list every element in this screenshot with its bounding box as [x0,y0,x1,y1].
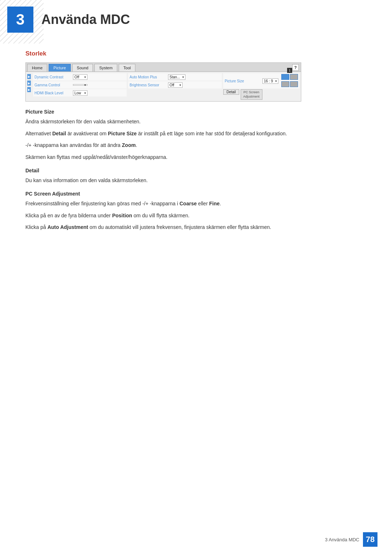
footer: 3 Använda MDC 78 [325,532,377,547]
tab-sound[interactable]: Sound [72,64,93,71]
move-note: Skärmen kan flyttas med uppåt/nedåt/väns… [25,153,367,161]
select-brightness-sensor[interactable]: Off [168,82,183,88]
select-gamma-control[interactable] [73,84,87,86]
label-hdmi-black-level: HDMI Black Level [34,91,71,95]
tab-picture[interactable]: Picture [49,64,70,71]
main-content: Storlek Home Picture Sound System Tool [0,39,392,257]
row-brightness-sensor: Brightness Sensor Off [128,81,222,89]
zoom-note: -/+ -knapparna kan användas för att ändr… [25,141,367,149]
chapter-header: 3 Använda MDC [0,0,392,39]
screen-icons-bottom [281,81,298,87]
row-empty [128,89,222,97]
tab-home[interactable]: Home [27,64,47,71]
detail-pc-row: Detail PC Screen Adjustment [223,89,262,100]
row-arrow-3[interactable]: ▶ [27,87,31,92]
picture-size-row: Picture Size 16 : 9 [223,73,299,89]
row-dynamic-contrast: Dynamic Contrast Off [33,73,127,81]
chapter-number: 3 [7,7,33,33]
tab-system[interactable]: System [94,64,117,71]
help-button[interactable]: ? [292,64,299,71]
screen-icon-4 [290,81,298,87]
label-brightness-sensor: Brightness Sensor [130,83,166,87]
detail-heading: Detail [25,168,367,173]
pc-screen-heading: PC Screen Adjustment [25,191,367,197]
coarse-fine-note: Frekvensinställning eller finjustering k… [25,200,367,208]
select-dynamic-contrast[interactable]: Off [73,74,87,80]
tab-tool[interactable]: Tool [119,64,135,71]
screen-icon-3 [281,81,289,87]
screen-icons-top [281,74,298,80]
arrow-column: ▶ ▶ ▶ [27,73,32,100]
mdc-ui-screenshot: Home Picture Sound System Tool 1 ? [25,62,301,102]
mdc-tabs: Home Picture Sound System Tool 1 ? [26,63,301,72]
screen-icon-2 [290,74,298,80]
detail-desc: Du kan visa information om den valda skä… [25,176,367,184]
left-rows: Dynamic Contrast Off Gamma Control HDMI … [33,73,127,100]
badge-number: 1 [287,68,292,73]
row-arrow-1[interactable]: ▶ [27,74,31,79]
middle-rows: Auto Motion Plus Stan... Brightness Sens… [128,73,222,100]
auto-note: Klicka på Auto Adjustment om du automati… [25,223,367,231]
footer-text: 3 Använda MDC [325,537,359,542]
select-auto-motion[interactable]: Stan... [168,74,185,80]
screen-icon-1 [281,74,289,80]
label-picture-size: Picture Size [225,79,261,83]
right-section: Picture Size 16 : 9 [223,73,299,100]
position-note: Klicka på en av de fyra bilderna under P… [25,212,367,219]
mdc-content-area: ▶ ▶ ▶ Dynamic Contrast Off Gamma Control [26,72,301,101]
picture-size-desc: Ändra skärmstorleken för den valda skärm… [25,118,367,126]
detail-note: Alternativet Detail är avaktiverat om Pi… [25,130,367,138]
label-auto-motion: Auto Motion Plus [130,75,166,79]
select-hdmi-black-level[interactable]: Low [73,90,87,96]
pc-screen-label: PC Screen Adjustment [241,89,262,100]
row-gamma-control: Gamma Control [33,81,127,89]
row-auto-motion: Auto Motion Plus Stan... [128,73,222,81]
detail-button[interactable]: Detail [223,89,239,95]
footer-page-number: 78 [363,532,377,547]
row-hdmi-black-level: HDMI Black Level Low [33,89,127,97]
chapter-title: Använda MDC [41,12,130,27]
label-dynamic-contrast: Dynamic Contrast [34,75,71,79]
label-gamma-control: Gamma Control [34,83,71,87]
row-arrow-2[interactable]: ▶ [27,81,31,86]
picture-size-heading: Picture Size [25,109,367,115]
section-heading: Storlek [25,50,367,57]
select-picture-size[interactable]: 16 : 9 [262,78,278,84]
